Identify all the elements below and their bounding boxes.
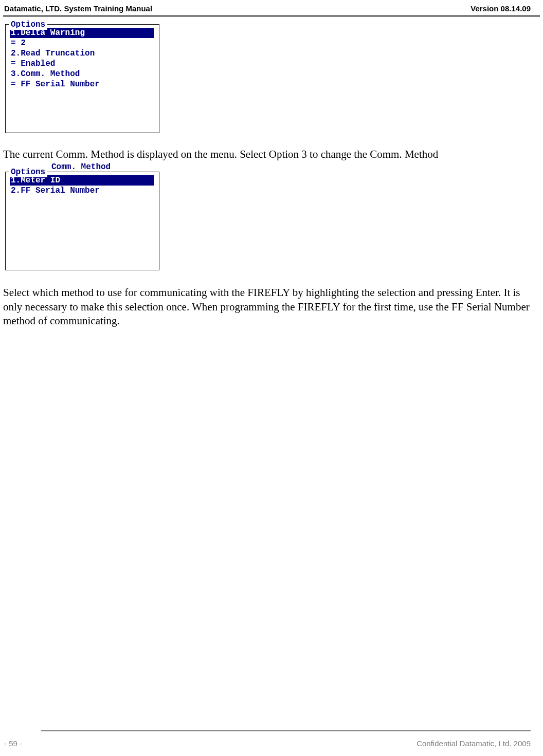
options-box-2-content: 1.Meter ID 2.FF Serial Number — [6, 172, 159, 270]
comm-method-header: Comm. Method — [5, 162, 543, 172]
options-box-1: Options 1.Delta Warning = 2 2.Read Trunc… — [5, 24, 159, 133]
page-header: Datamatic, LTD. System Training Manual V… — [0, 0, 543, 15]
header-left: Datamatic, LTD. System Training Manual — [4, 4, 152, 13]
header-right: Version 08.14.09 — [470, 4, 531, 13]
footer-confidential: Confidential Datamatic, Ltd. 2009 — [417, 739, 531, 748]
footer-rule — [41, 730, 531, 731]
options-box-1-line: 3.Comm. Method — [10, 69, 156, 79]
options-box-2-line: 2.FF Serial Number — [10, 186, 156, 196]
paragraph-1: The current Comm. Method is displayed on… — [3, 147, 531, 161]
options-box-1-line: 2.Read Truncation — [10, 48, 156, 59]
page-footer: - 59 - Confidential Datamatic, Ltd. 2009 — [4, 739, 531, 748]
options-box-2-wrap: Comm. Method Options 1.Meter ID 2.FF Ser… — [5, 162, 543, 270]
options-box-1-line: = Enabled — [10, 59, 156, 69]
options-box-1-legend: Options — [9, 20, 47, 30]
document-page: Datamatic, LTD. System Training Manual V… — [0, 0, 543, 756]
paragraph-2: Select which method to use for communica… — [3, 286, 531, 328]
options-box-2: Options 1.Meter ID 2.FF Serial Number — [5, 172, 159, 270]
header-rule — [3, 15, 540, 17]
options-box-1-line: = FF Serial Number — [10, 79, 156, 89]
options-box-1-line: = 2 — [10, 38, 156, 48]
options-box-1-content: 1.Delta Warning = 2 2.Read Truncation = … — [6, 25, 159, 133]
options-box-2-legend: Options — [9, 167, 47, 177]
footer-page-number: - 59 - — [4, 739, 22, 748]
